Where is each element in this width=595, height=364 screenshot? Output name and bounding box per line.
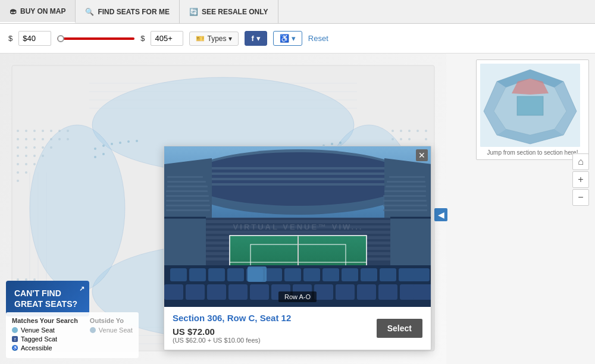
svg-point-32 <box>25 171 27 174</box>
svg-rect-115 <box>166 190 208 192</box>
svg-rect-117 <box>166 200 209 202</box>
collapse-arrow-icon: ◀ <box>438 210 444 219</box>
svg-rect-127 <box>383 205 427 206</box>
legend-matches-label: Matches Your Search <box>12 317 78 324</box>
svg-point-35 <box>400 130 402 132</box>
svg-rect-152 <box>284 268 301 281</box>
legend-venue-seat-row: Venue Seat <box>12 327 78 334</box>
svg-point-66 <box>94 148 96 150</box>
svg-rect-118 <box>166 205 210 206</box>
tab-see-resale[interactable]: 🔄 SEE RESALE ONLY <box>180 0 278 23</box>
popup-close-button[interactable]: ✕ <box>416 149 428 161</box>
home-button[interactable]: ⌂ <box>572 153 589 170</box>
svg-rect-116 <box>166 195 209 197</box>
popup-section-title: Section 306, Row C, Seat 12 <box>173 313 291 323</box>
tab-buy-on-map-label: BUY ON MAP <box>20 7 65 15</box>
mini-map: Jump from section to section here! <box>476 59 589 160</box>
svg-rect-154 <box>322 268 339 281</box>
svg-point-18 <box>42 146 44 149</box>
svg-rect-151 <box>265 268 282 281</box>
price-max-input[interactable] <box>151 31 183 46</box>
svg-rect-163 <box>228 284 248 300</box>
collapse-panel-button[interactable]: ◀ <box>434 208 447 221</box>
svg-point-34 <box>392 130 394 132</box>
slider-thumb-left[interactable] <box>57 35 64 42</box>
svg-rect-112 <box>167 176 203 178</box>
fb-chevron-icon: ▾ <box>256 34 261 43</box>
zoom-in-icon: + <box>578 174 583 185</box>
types-label: Types <box>207 34 226 43</box>
buy-on-map-icon: 🏟 <box>10 7 17 15</box>
zoom-in-button[interactable]: + <box>572 171 589 188</box>
seat-popup: ✕ <box>164 146 431 350</box>
dollar-sign-2: $ <box>140 34 145 43</box>
stadium-view-svg: VIRTUAL VENUE™ VIW... <box>164 146 431 307</box>
legend-outside-venue-row: Venue Seat <box>90 327 133 334</box>
resale-icon: 🔄 <box>189 8 198 16</box>
svg-point-26 <box>33 155 36 157</box>
popup-stadium-image: VIRTUAL VENUE™ VIW... Row A-O <box>164 146 431 307</box>
svg-rect-125 <box>383 195 426 197</box>
types-chevron-icon: ▾ <box>228 34 232 43</box>
svg-point-77 <box>339 142 342 144</box>
svg-rect-169 <box>357 284 376 300</box>
facebook-filter-button[interactable]: f ▾ <box>245 31 267 46</box>
svg-point-50 <box>425 138 427 140</box>
svg-rect-126 <box>383 200 427 202</box>
legend-outside-label: Outside Yo <box>90 317 133 324</box>
svg-rect-148 <box>208 268 225 281</box>
svg-rect-121 <box>389 176 425 178</box>
price-min-input[interactable] <box>18 31 51 46</box>
svg-rect-157 <box>380 268 396 281</box>
svg-point-10 <box>33 138 36 140</box>
svg-point-20 <box>58 130 61 132</box>
svg-rect-123 <box>386 186 426 187</box>
legend-outside: Outside Yo Venue Seat <box>90 317 133 353</box>
svg-rect-156 <box>361 268 377 281</box>
svg-point-24 <box>17 155 19 157</box>
svg-point-33 <box>17 180 19 182</box>
svg-point-13 <box>33 146 36 149</box>
popup-price-main: US $72.00 <box>173 327 291 337</box>
zoom-out-button[interactable]: − <box>572 189 589 206</box>
mini-map-image[interactable] <box>480 64 580 147</box>
svg-text:VIRTUAL VENUE™ VIW...: VIRTUAL VENUE™ VIW... <box>233 222 364 231</box>
svg-rect-153 <box>303 268 320 281</box>
tab-buy-on-map[interactable]: 🏟 BUY ON MAP <box>0 0 76 23</box>
legend-matches: Matches Your Search Venue Seat f Tagged … <box>12 317 78 353</box>
slider-fill <box>57 37 134 40</box>
zoom-out-icon: − <box>578 192 583 203</box>
svg-rect-173 <box>248 266 267 282</box>
ticket-icon: 🎫 <box>196 34 205 43</box>
main-map-area: Jump from section to section here! ⌂ + −… <box>0 54 595 364</box>
svg-point-69 <box>119 142 121 144</box>
svg-point-22 <box>58 138 61 140</box>
svg-point-49 <box>425 130 427 132</box>
price-range-slider[interactable] <box>57 34 134 43</box>
svg-point-31 <box>17 171 19 174</box>
svg-point-39 <box>400 138 402 140</box>
svg-point-36 <box>408 130 411 132</box>
svg-point-5 <box>17 130 19 132</box>
tab-find-seats[interactable]: 🔍 FIND SEATS FOR ME <box>76 0 179 23</box>
svg-rect-168 <box>336 284 355 300</box>
select-button[interactable]: Select <box>377 319 422 338</box>
accessible-label: Accessible <box>21 344 52 352</box>
row-label: Row A-O <box>278 291 317 302</box>
svg-point-14 <box>42 130 44 132</box>
svg-point-28 <box>17 163 19 165</box>
reset-button[interactable]: Reset <box>308 34 328 43</box>
tagged-seat-label: Tagged Scat <box>21 335 57 343</box>
cant-find-banner[interactable]: ↗ CAN'T FIND GREAT SEATS? <box>6 281 89 316</box>
accessible-filter-button[interactable]: ♿ ▾ <box>273 31 302 46</box>
svg-point-38 <box>392 138 394 140</box>
legend-tagged-seat-row: f Tagged Scat <box>12 335 78 343</box>
types-button[interactable]: 🎫 Types ▾ <box>189 32 239 46</box>
svg-rect-159 <box>413 268 430 281</box>
legend-accessible-row: ♿ Accessible <box>12 344 78 352</box>
svg-point-37 <box>416 130 419 132</box>
svg-point-72 <box>94 156 96 158</box>
svg-point-30 <box>33 163 36 165</box>
svg-rect-155 <box>342 268 358 281</box>
svg-point-70 <box>127 140 130 143</box>
